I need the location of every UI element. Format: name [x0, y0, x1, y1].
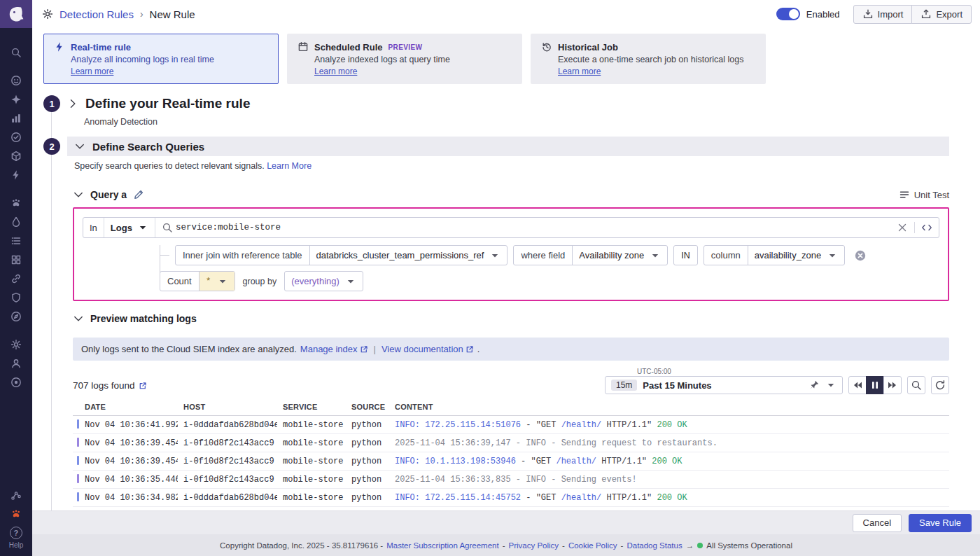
log-search-bar[interactable]: In Logs service:mobile-store [83, 217, 939, 238]
column-header-content[interactable]: CONTENT [389, 400, 949, 416]
rule-type-title: Real-time rule [71, 42, 131, 53]
containers-icon[interactable] [7, 150, 25, 162]
clear-query-icon[interactable] [897, 222, 908, 233]
log-source: python [346, 434, 389, 452]
log-host: i-0dddafdab628bd04e [178, 489, 277, 507]
footer-link-master-subscription-agreement[interactable]: Master Subscription Agreement [386, 541, 498, 550]
apm-icon[interactable] [7, 93, 25, 105]
rule-type-card-scheduled-rule[interactable]: Scheduled RulePREVIEWAnalyze indexed log… [287, 34, 522, 84]
step-1-collapse-chevron-icon[interactable] [67, 98, 78, 109]
step-2-collapse-chevron-icon[interactable] [74, 141, 85, 152]
network-icon[interactable] [7, 197, 25, 209]
count-argument-dropdown[interactable]: * [199, 272, 234, 291]
settings-gear-icon[interactable] [42, 8, 53, 20]
log-row[interactable]: Nov 04 10:36:34.982i-0dddafdab628bd04emo… [73, 489, 949, 507]
reference-table-dropdown[interactable]: databricks_cluster_team_permissions_ref [309, 246, 507, 265]
events-icon[interactable] [7, 169, 25, 181]
rule-type-description: Execute a one-time search job on histori… [558, 55, 755, 64]
column-header-source[interactable]: SOURCE [346, 400, 389, 416]
bits-ai-icon[interactable] [7, 508, 25, 520]
column-header-host[interactable]: HOST [178, 400, 277, 416]
source-type-dropdown[interactable]: Logs [104, 218, 155, 237]
monitors-icon[interactable] [7, 131, 25, 143]
log-severity-indicator [77, 492, 79, 501]
log-row[interactable]: Nov 04 10:36:35.446i-0f10d8f2c143acc9mob… [73, 471, 949, 489]
compliance-icon[interactable] [7, 291, 25, 303]
remove-join-icon[interactable] [855, 250, 866, 261]
step-2-indicator: 2 [43, 138, 60, 155]
dashboards-icon[interactable] [7, 253, 25, 265]
group-by-dropdown[interactable]: (everything) [285, 272, 363, 291]
datadog-logo[interactable] [0, 0, 32, 28]
refresh-icon [934, 380, 946, 391]
zoom-button[interactable] [907, 376, 925, 394]
rule-type-card-real-time-rule[interactable]: Real-time ruleAnalyze all incoming logs … [43, 34, 279, 84]
enabled-toggle[interactable] [776, 8, 800, 20]
pin-time-range-icon[interactable] [808, 380, 820, 391]
learn-more-link[interactable]: Learn more [314, 67, 357, 76]
scope-label: In [83, 218, 104, 237]
search-icon[interactable] [7, 46, 25, 58]
open-in-log-explorer-icon[interactable] [139, 382, 147, 390]
export-button[interactable]: Export [911, 5, 972, 24]
ci-icon[interactable] [7, 376, 25, 388]
watchdog-icon[interactable] [7, 74, 25, 86]
edit-query-name-icon[interactable] [133, 189, 144, 200]
footer-link-privacy-policy[interactable]: Privacy Policy [509, 541, 559, 550]
query-collapse-chevron-icon[interactable] [73, 189, 84, 200]
learn-more-link[interactable]: Learn More [267, 161, 312, 171]
search-query-input[interactable]: service:mobile-store [176, 223, 281, 232]
profile-icon[interactable] [7, 357, 25, 369]
count-control: Count * [160, 271, 235, 291]
rule-type-cards: Real-time ruleAnalyze all incoming logs … [43, 34, 949, 84]
step-1-indicator: 1 [43, 95, 60, 112]
pause-button[interactable] [866, 376, 884, 394]
flow-icon[interactable] [7, 489, 25, 501]
help-button[interactable]: ? Help [9, 524, 24, 556]
sidebar-nav [0, 46, 32, 524]
rewind-icon [852, 380, 863, 391]
help-label: Help [9, 541, 24, 549]
reference-table-value: databricks_cluster_team_permissions_ref [316, 250, 484, 260]
logs-icon[interactable] [7, 235, 25, 246]
time-range-picker[interactable]: 15m Past 15 Minutes [605, 376, 843, 394]
refresh-button[interactable] [931, 376, 949, 394]
manage-index-link[interactable]: Manage index [300, 344, 368, 354]
synthetics-icon[interactable] [7, 310, 25, 322]
log-row[interactable]: Nov 04 10:36:39.454i-0f10d8f2c143acc9mob… [73, 434, 949, 452]
time-range-label: Past 15 Minutes [643, 380, 711, 391]
column-dropdown[interactable]: availability_zone [748, 246, 844, 265]
calendar-icon [298, 41, 309, 53]
breadcrumb-detection-rules[interactable]: Detection Rules [59, 8, 134, 20]
column-header-date[interactable]: DATE [73, 400, 178, 416]
log-date: Nov 04 10:36:39.454 [85, 438, 178, 448]
log-row[interactable]: Nov 04 10:36:39.454i-0f10d8f2c143acc9mob… [73, 452, 949, 471]
preview-collapse-chevron-icon[interactable] [73, 313, 84, 324]
log-row[interactable]: Nov 04 10:36:41.992i-0dddafdab628bd04emo… [73, 416, 949, 434]
learn-more-link[interactable]: Learn more [558, 67, 601, 76]
integrations-icon[interactable] [7, 272, 25, 284]
column-header-service[interactable]: SERVICE [277, 400, 346, 416]
reference-table-join-row: Inner join with reference table databric… [160, 245, 939, 265]
rule-type-card-historical-job[interactable]: Historical JobExecute a one-time search … [531, 34, 766, 84]
security-icon[interactable] [7, 216, 25, 228]
field-dropdown[interactable]: Availability zone [572, 246, 667, 265]
save-rule-button[interactable]: Save Rule [909, 514, 972, 532]
code-view-toggle-icon[interactable] [921, 222, 932, 233]
toggle-knob [789, 9, 799, 19]
footer-link-datadog-status[interactable]: Datadog Status [626, 541, 682, 550]
cancel-button[interactable]: Cancel [853, 514, 902, 532]
learn-more-link[interactable]: Learn more [71, 67, 113, 76]
view-documentation-link[interactable]: View documentation [382, 344, 474, 354]
unit-test-button[interactable]: Unit Test [899, 189, 949, 200]
chevron-down-icon [489, 250, 500, 261]
external-link-icon [360, 345, 368, 354]
time-range-short: 15m [611, 380, 637, 391]
fast-forward-button[interactable] [883, 376, 902, 394]
footer-link-cookie-policy[interactable]: Cookie Policy [568, 541, 617, 550]
rewind-button[interactable] [848, 376, 867, 394]
settings-icon[interactable] [7, 338, 25, 350]
group-by-control: (everything) [284, 271, 363, 291]
import-button[interactable]: Import [853, 5, 913, 24]
metrics-icon[interactable] [7, 112, 25, 124]
